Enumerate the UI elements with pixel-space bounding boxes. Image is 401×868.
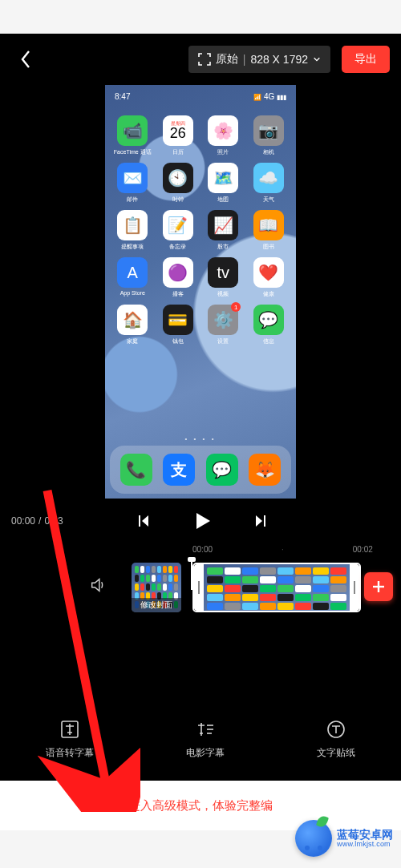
tool-text-sticker[interactable]: 文字贴纸: [317, 719, 355, 760]
app-label: App Store: [120, 290, 145, 296]
phone-app: ☁️天气: [249, 163, 289, 204]
ratio-label: 原始: [216, 52, 238, 67]
text-sticker-icon: [326, 719, 346, 740]
clip-handle-right[interactable]: [354, 581, 355, 594]
app-label: 信息: [263, 337, 274, 345]
app-label: 邮件: [127, 196, 138, 204]
clip-handle-left[interactable]: [198, 581, 200, 594]
app-icon: 🏠: [117, 305, 148, 335]
crop-icon: [198, 53, 211, 66]
phone-app: 📷相机: [249, 115, 289, 156]
next-button[interactable]: [254, 514, 269, 528]
tick: 00:02: [353, 545, 373, 556]
speech-subtitle-icon: [59, 719, 80, 740]
time-total: 00:3: [44, 515, 63, 527]
back-button[interactable]: [11, 45, 40, 74]
app-icon: 📋: [117, 210, 148, 240]
tool-movie-subtitle[interactable]: 电影字幕: [186, 719, 225, 760]
topbar: 原始 | 828 X 1792 导出: [0, 34, 401, 85]
timeline-ticks: 00:00 · 00:02 ·: [0, 545, 401, 556]
app-icon: 星期四26: [163, 115, 193, 146]
video-editor: 原始 | 828 X 1792 导出 8:47 📶 4G ▮▮▮ 📹FaceTi…: [0, 34, 401, 830]
video-clip[interactable]: [192, 563, 361, 612]
phone-app: 🗺️地图: [204, 163, 243, 204]
watermark-logo: [295, 820, 332, 857]
watermark-name: 蓝莓安卓网: [337, 829, 393, 840]
export-button[interactable]: 导出: [342, 46, 390, 73]
time-current: 00:00: [11, 515, 35, 527]
tool-label: 语音转字幕: [46, 746, 94, 760]
phone-signal: 📶 4G ▮▮▮: [253, 92, 286, 101]
app-icon: 📖: [253, 210, 284, 240]
app-label: 视频: [217, 290, 229, 298]
app-icon: 🌸: [208, 115, 238, 146]
app-label: FaceTime 通话: [114, 148, 152, 156]
app-label: 日历: [172, 148, 184, 156]
phone-app: 💳钱包: [159, 305, 198, 345]
app-icon: ☁️: [253, 163, 284, 193]
dock-app-uc: 🦊: [249, 454, 281, 486]
app-label: 播客: [172, 290, 184, 298]
app-label: 设置: [217, 337, 229, 345]
aspect-ratio-button[interactable]: 原始 | 828 X 1792: [188, 46, 330, 73]
phone-time: 8:47: [115, 92, 130, 101]
movie-subtitle-icon: [195, 719, 216, 740]
phone-app: ❤️健康: [249, 257, 289, 298]
app-icon: ❤️: [253, 257, 284, 288]
tick: 00:00: [192, 545, 213, 556]
app-label: 提醒事项: [121, 243, 144, 251]
app-icon: 📷: [253, 115, 284, 146]
playhead[interactable]: [191, 559, 192, 590]
cover-thumbnail[interactable]: 修改封面: [132, 563, 181, 612]
app-label: 股市: [217, 243, 229, 251]
phone-app: 🕙时钟: [159, 163, 198, 204]
cover-label: 修改封面: [132, 598, 181, 612]
prev-button[interactable]: [136, 514, 150, 528]
app-icon: A: [117, 257, 148, 288]
phone-app: ✉️邮件: [113, 163, 152, 204]
dock-app-phone: 📞: [120, 454, 152, 486]
play-button[interactable]: [192, 511, 213, 531]
app-label: 家庭: [127, 337, 138, 345]
preview-area[interactable]: 8:47 📶 4G ▮▮▮ 📹FaceTime 通话星期四26日历🌸照片📷相机✉…: [0, 85, 401, 499]
watermark-url: www.lmkjst.com: [337, 840, 391, 848]
tool-label: 电影字幕: [186, 746, 225, 760]
app-label: 时钟: [172, 196, 184, 204]
ratio-dimensions: 828 X 1792: [250, 53, 308, 66]
tool-speech-to-subtitle[interactable]: 语音转字幕: [46, 719, 94, 760]
chevron-down-icon: [313, 55, 321, 63]
app-icon: 📝: [163, 210, 193, 240]
phone-app: 📋提醒事项: [113, 210, 152, 251]
timeline[interactable]: 00:00 · 00:02 · 修改封面: [0, 543, 401, 649]
app-label: 相机: [263, 148, 274, 156]
phone-app: ⚙️1设置: [204, 305, 243, 345]
phone-app: 星期四26日历: [159, 115, 198, 156]
phone-preview: 8:47 📶 4G ▮▮▮ 📹FaceTime 通话星期四26日历🌸照片📷相机✉…: [105, 85, 296, 499]
phone-dock: 📞支💬🦊: [110, 446, 291, 494]
phone-app: AApp Store: [113, 257, 152, 298]
phone-app: tv视频: [204, 257, 243, 298]
advanced-mode-text: 进入高级模式，体验完整编: [128, 798, 273, 813]
dock-app-alipay: 支: [163, 454, 195, 486]
mute-button[interactable]: [87, 574, 109, 596]
app-label: 天气: [263, 196, 274, 204]
phone-app: 📖图书: [249, 210, 289, 251]
app-icon: 💬: [253, 305, 284, 335]
app-icon: 🗺️: [208, 163, 238, 193]
app-icon: 🟣: [163, 257, 193, 288]
app-icon: 💳: [163, 305, 193, 335]
app-label: 地图: [217, 196, 229, 204]
page-dots: • • • •: [105, 435, 296, 446]
phone-app: 📈股市: [204, 210, 243, 251]
watermark: 蓝莓安卓网 www.lmkjst.com: [295, 820, 393, 857]
phone-app: 📹FaceTime 通话: [113, 115, 152, 156]
phone-statusbar: 8:47 📶 4G ▮▮▮: [105, 87, 296, 106]
app-icon: 📈: [208, 210, 238, 240]
add-clip-button[interactable]: [364, 572, 393, 601]
dock-app-wechat: 💬: [206, 454, 238, 486]
app-icon: 📹: [117, 115, 148, 146]
bottom-toolbar: 语音转字幕 电影字幕 文字贴纸: [0, 713, 401, 765]
phone-app-grid: 📹FaceTime 通话星期四26日历🌸照片📷相机✉️邮件🕙时钟🗺️地图☁️天气…: [105, 106, 296, 345]
playback-bar: 00:00 / 00:3: [0, 499, 401, 543]
app-label: 钱包: [172, 337, 184, 345]
